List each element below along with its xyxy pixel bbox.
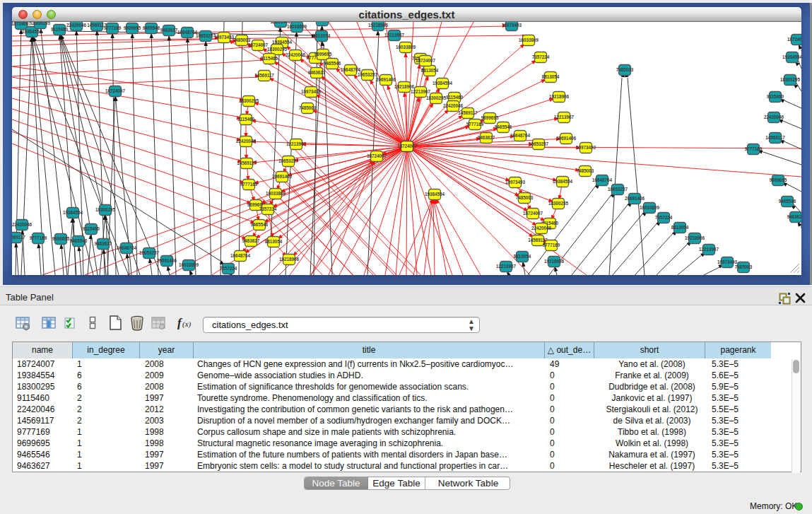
svg-text:20691406: 20691406 [556,136,577,141]
svg-text:8813054: 8813054 [265,239,283,244]
svg-text:16648764: 16648764 [510,133,531,138]
svg-text:7485003: 7485003 [616,67,634,72]
svg-text:10973493: 10973493 [301,89,322,94]
svg-text:10653257: 10653257 [358,72,378,77]
svg-text:22420046: 22420046 [12,222,32,227]
svg-text:16648764: 16648764 [230,253,251,258]
svg-text:10653257: 10653257 [278,158,299,163]
svg-text:9465546: 9465546 [779,199,796,204]
svg-text:16648764: 16648764 [341,67,361,72]
svg-text:16033809: 16033809 [519,37,539,42]
svg-text:8813054: 8813054 [542,74,560,79]
svg-text:10973493: 10973493 [576,145,596,150]
svg-text:7357224: 7357224 [655,215,673,220]
svg-text:22420046: 22420046 [236,139,257,144]
svg-text:19384554: 19384554 [63,210,83,215]
svg-text:7357224: 7357224 [259,206,277,211]
svg-text:8813054: 8813054 [671,225,689,230]
svg-text:8813054: 8813054 [313,33,331,38]
svg-text:16648764: 16648764 [117,245,137,250]
svg-text:19218906: 19218906 [368,23,389,28]
svg-text:7357224: 7357224 [220,266,237,271]
svg-text:9115460: 9115460 [51,27,69,32]
svg-text:18724007: 18724007 [397,144,418,148]
svg-text:7485003: 7485003 [299,105,317,110]
svg-text:(x): (x) [182,320,192,329]
svg-text:10973493: 10973493 [214,35,235,40]
svg-text:18300295: 18300295 [267,47,288,52]
svg-text:10653257: 10653257 [529,141,549,146]
svg-text:18300295: 18300295 [95,207,116,212]
svg-text:9777169: 9777169 [745,146,763,151]
svg-text:9463627: 9463627 [242,238,260,243]
svg-text:16033809: 16033809 [179,262,199,267]
svg-text:9465546: 9465546 [143,25,160,30]
svg-text:9699695: 9699695 [52,236,70,241]
svg-text:18724007: 18724007 [12,22,31,26]
svg-text:9115460: 9115460 [237,117,255,122]
svg-text:9465546: 9465546 [324,61,341,66]
svg-text:10653257: 10653257 [139,250,160,255]
svg-text:9699695: 9699695 [124,25,141,30]
svg-text:9777169: 9777169 [466,122,484,127]
svg-text:9465546: 9465546 [251,222,269,227]
svg-text:18300295: 18300295 [426,95,447,100]
svg-text:9699695: 9699695 [770,177,787,182]
svg-text:7485003: 7485003 [577,168,594,173]
svg-text:9699695: 9699695 [481,115,499,120]
svg-text:22420046: 22420046 [531,226,552,230]
svg-text:7357224: 7357224 [532,54,550,59]
svg-text:19384554: 19384554 [425,192,445,197]
svg-text:9115460: 9115460 [261,56,278,61]
svg-text:10973493: 10973493 [505,180,526,185]
svg-text:9463627: 9463627 [478,135,495,140]
svg-text:22420046: 22420046 [66,23,87,28]
svg-text:18300295: 18300295 [548,201,569,206]
svg-text:9465546: 9465546 [495,124,512,129]
svg-text:9115460: 9115460 [446,95,464,100]
svg-text:16033809: 16033809 [396,45,416,49]
svg-text:12213967: 12213967 [384,33,405,37]
svg-text:9463627: 9463627 [95,241,112,246]
svg-text:22420046: 22420046 [764,115,784,119]
svg-text:7357224: 7357224 [314,22,331,23]
svg-text:14569117: 14569117 [458,110,478,115]
svg-text:9699695: 9699695 [314,52,332,57]
svg-text:19384554: 19384554 [782,54,801,59]
svg-text:8813054: 8813054 [514,254,531,259]
svg-text:10653257: 10653257 [608,187,628,192]
svg-text:19218906: 19218906 [549,94,570,99]
svg-text:9777169: 9777169 [240,182,258,187]
svg-text:14569117: 14569117 [237,160,257,165]
svg-text:10653257: 10653257 [196,33,216,38]
svg-text:9777169: 9777169 [30,235,47,240]
svg-text:12213967: 12213967 [554,115,575,119]
svg-text:12213967: 12213967 [411,89,431,94]
svg-text:18724007: 18724007 [416,58,436,63]
svg-text:9463627: 9463627 [787,214,801,219]
svg-text:16648764: 16648764 [592,177,613,182]
svg-text:20691406: 20691406 [157,258,177,263]
svg-text:20691406: 20691406 [272,174,293,179]
svg-text:18300295: 18300295 [30,22,51,25]
svg-text:19218906: 19218906 [279,257,300,262]
svg-text:16033809: 16033809 [287,24,307,29]
svg-text:7485003: 7485003 [516,195,534,200]
svg-text:12213967: 12213967 [286,141,307,146]
svg-text:19384554: 19384554 [22,29,42,34]
svg-text:14569117: 14569117 [12,235,25,240]
svg-text:18724007: 18724007 [248,42,269,47]
svg-text:10973493: 10973493 [502,23,522,28]
svg-text:20691406: 20691406 [376,77,396,82]
svg-text:9463627: 9463627 [308,70,326,75]
svg-text:19218906: 19218906 [544,259,565,264]
svg-text:9777169: 9777169 [543,243,560,247]
svg-text:18724007: 18724007 [367,153,387,158]
svg-text:14569117: 14569117 [765,135,785,140]
svg-text:7485003: 7485003 [233,37,251,42]
svg-text:14569117: 14569117 [254,73,274,78]
svg-text:19218906: 19218906 [685,235,705,240]
svg-text:9115460: 9115460 [767,94,784,99]
svg-text:9777169: 9777169 [104,25,122,30]
svg-text:10973493: 10973493 [717,259,738,264]
